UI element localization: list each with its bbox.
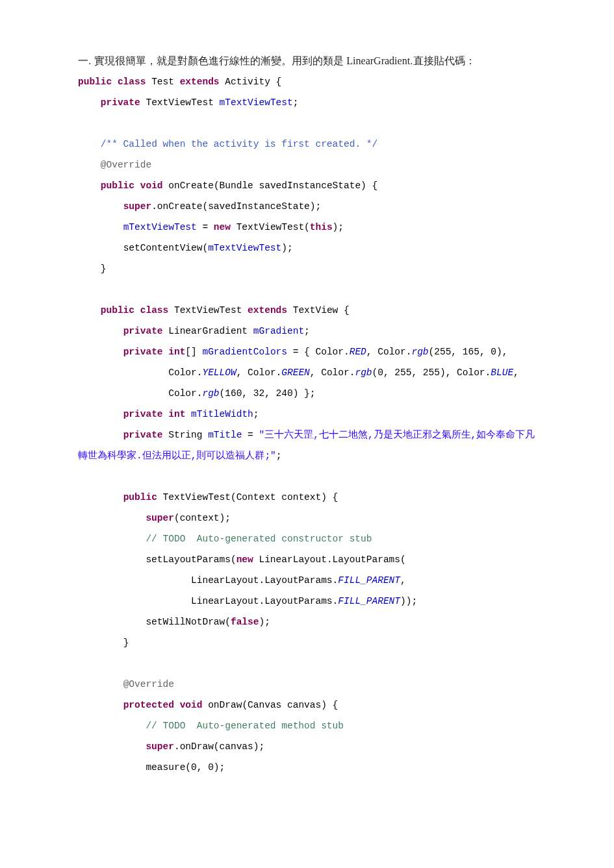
kw-super: super [146,513,174,523]
close-paren: ); [281,243,292,253]
comma: , [400,575,406,586]
annotation-override: @Override [101,160,151,170]
field-mgradientcolors: mGradientColors [202,347,287,357]
assign: = [197,222,214,232]
const-fill-parent: FILL_PARENT [338,575,400,586]
ctor-sig: TextViewTest(Context context) { [157,492,338,502]
kw-public: public [101,305,134,316]
const-green: GREEN [281,367,310,378]
call-setcontentview: setContentView( [123,243,209,253]
kw-private: private [123,347,163,357]
kw-void: void [180,700,203,710]
annotation-override: @Override [123,679,174,689]
call-setlayoutparams: setLayoutParams( [146,554,236,565]
type-textviewtest: TextViewTest [146,97,213,108]
method-rgb: rgb [202,388,219,399]
kw-private: private [101,97,140,108]
indent-colors-2: Color. [78,367,202,378]
kw-public: public [123,492,157,502]
field-mtextviewtest: mTextViewTest [220,97,293,108]
todo-method-comment: // TODO Auto-generated method stub [146,721,344,731]
kw-extends: extends [180,77,220,87]
ll-lp: LinearLayout.LayoutParams( [253,554,406,565]
type-textviewtest: TextViewTest [174,305,242,316]
code-block: public class Test extends Activity { pri… [78,71,536,778]
comma-color: , Color. [237,367,282,378]
eq: = [242,430,259,440]
kw-public: public [101,180,134,191]
kw-new: new [237,554,253,565]
method-oncreate: onCreate [168,180,214,191]
arr-open: [] [185,347,202,357]
field-mtitlewidth: mTitleWidth [191,409,253,419]
kw-int: int [168,409,185,419]
const-fill-parent: FILL_PARENT [338,596,400,606]
kw-super: super [123,201,152,212]
field-mtitle: mTitle [208,430,242,440]
method-rgb: rgb [355,367,372,378]
intro-text-2: .直接貼代碼： [410,55,475,66]
eq-brace: = { Color. [287,347,350,357]
kw-super: super [146,741,174,752]
oncreate-sig: (Bundle savedInstanceState) { [214,180,377,191]
fill-parent-line2: LinearLayout.LayoutParams. [78,596,338,606]
method-ondraw: onDraw [208,700,242,710]
kw-private: private [123,430,163,440]
kw-class: class [140,305,169,316]
method-rgb: rgb [411,347,428,357]
comma-color: , Color. [366,347,412,357]
kw-extends: extends [248,305,287,316]
call-measure: measure(0, 0); [146,762,225,773]
rgb1-args: (255, 165, 0), [429,347,508,357]
rgb3-args: (160, 32, 240) }; [220,388,316,399]
type-test: Test [151,77,174,87]
call-setwillnotdraw: setWillNotDraw( [146,617,231,627]
kw-false: false [231,617,259,627]
comma-color: , Color. [310,367,355,378]
kw-new: new [214,222,231,232]
type-string: String [163,430,209,440]
ondraw-sig: (Canvas canvas) { [242,700,338,710]
const-red: RED [350,347,366,357]
fill-parent-line1: LinearLayout.LayoutParams. [78,575,338,586]
kw-protected: protected [123,700,174,710]
intro-class-name: LinearGradient [346,55,410,66]
type-activity: Activity [225,77,270,87]
end-paren2: )); [400,596,417,606]
intro-paragraph: 一. 實現很簡單，就是對顏色進行線性的漸變。用到的類是 LinearGradie… [78,52,536,70]
semi: ; [276,451,282,461]
kw-private: private [123,409,163,419]
kw-class: class [118,77,146,87]
indent-colors-3: Color. [78,388,202,399]
comma: , [513,367,519,378]
super-ondraw: .onDraw(canvas); [174,741,264,752]
javadoc-comment: /** Called when the activity is first cr… [101,139,377,149]
tv-ctor: TextViewTest( [231,222,310,232]
const-yellow: YELLOW [202,367,236,378]
tv-ctor-end: ); [333,222,344,232]
type-textview: TextView [293,305,339,316]
type-lineargradient: LinearGradient [163,326,253,336]
field-mtextviewtest: mTextViewTest [208,243,281,253]
kw-private: private [123,326,163,336]
super-ctx: (context); [174,513,231,523]
close-paren: ); [259,617,270,627]
rgb2-args: (0, 255, 255), Color. [372,367,491,378]
kw-this: this [310,222,333,232]
kw-public: public [78,77,112,87]
intro-text-1: 一. 實現很簡單，就是對顏色進行線性的漸變。用到的類是 [78,55,346,66]
const-blue: BLUE [491,367,513,378]
field-mgradient: mGradient [253,326,304,336]
kw-void: void [140,180,163,191]
kw-int: int [168,347,185,357]
super-oncreate: .onCreate(savedInstanceState); [151,201,321,212]
field-mtextviewtest: mTextViewTest [123,222,197,232]
todo-ctor-comment: // TODO Auto-generated constructor stub [146,534,372,544]
document-page: 一. 實現很簡單，就是對顏色進行線性的漸變。用到的類是 LinearGradie… [0,0,614,868]
